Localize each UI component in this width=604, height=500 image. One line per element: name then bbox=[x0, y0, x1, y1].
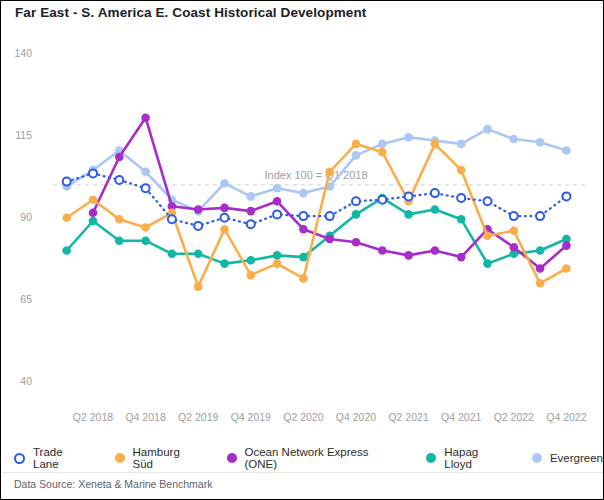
data-point-hamburg-s-d[interactable] bbox=[115, 215, 124, 224]
data-point-trade-lane[interactable] bbox=[63, 178, 71, 186]
data-point-hapag-lloyd[interactable] bbox=[457, 215, 466, 224]
data-point-trade-lane[interactable] bbox=[378, 196, 386, 204]
data-point-trade-lane[interactable] bbox=[510, 212, 518, 220]
data-point-trade-lane[interactable] bbox=[194, 222, 202, 230]
data-point-trade-lane[interactable] bbox=[299, 212, 307, 220]
data-point-hamburg-s-d[interactable] bbox=[141, 223, 150, 232]
data-point-hapag-lloyd[interactable] bbox=[194, 250, 203, 259]
data-point-ocean-network-express-one[interactable] bbox=[562, 241, 571, 250]
data-point-hamburg-s-d[interactable] bbox=[536, 279, 545, 288]
y-axis-tick-label: 40 bbox=[20, 375, 32, 387]
data-point-ocean-network-express-one[interactable] bbox=[220, 204, 229, 213]
data-point-ocean-network-express-one[interactable] bbox=[510, 243, 519, 252]
data-point-hamburg-s-d[interactable] bbox=[247, 271, 256, 280]
data-point-trade-lane[interactable] bbox=[115, 176, 123, 184]
x-axis-tick-label: Q4 2021 bbox=[441, 411, 481, 423]
data-point-ocean-network-express-one[interactable] bbox=[457, 253, 466, 262]
data-point-trade-lane[interactable] bbox=[431, 189, 439, 197]
data-point-evergreen[interactable] bbox=[247, 192, 256, 201]
data-point-evergreen[interactable] bbox=[220, 179, 229, 188]
data-point-ocean-network-express-one[interactable] bbox=[89, 209, 98, 218]
legend-item-trade-lane[interactable]: Trade Lane bbox=[14, 446, 91, 470]
data-point-ocean-network-express-one[interactable] bbox=[378, 246, 387, 255]
data-point-hamburg-s-d[interactable] bbox=[483, 231, 492, 240]
circle-marker-icon bbox=[426, 453, 436, 463]
data-point-hapag-lloyd[interactable] bbox=[168, 250, 177, 259]
data-point-hapag-lloyd[interactable] bbox=[352, 210, 361, 219]
data-point-trade-lane[interactable] bbox=[484, 197, 492, 205]
legend-label: Ocean Network Express (ONE) bbox=[245, 446, 403, 470]
data-point-evergreen[interactable] bbox=[141, 168, 150, 177]
data-point-hamburg-s-d[interactable] bbox=[220, 225, 229, 234]
data-point-trade-lane[interactable] bbox=[89, 169, 97, 177]
data-point-hapag-lloyd[interactable] bbox=[220, 259, 229, 268]
data-point-hapag-lloyd[interactable] bbox=[141, 236, 150, 245]
data-point-hamburg-s-d[interactable] bbox=[431, 140, 440, 149]
data-point-evergreen[interactable] bbox=[536, 138, 545, 147]
legend-item-hapag-lloyd[interactable]: Hapag Lloyd bbox=[426, 446, 508, 470]
data-point-trade-lane[interactable] bbox=[168, 215, 176, 223]
data-point-evergreen[interactable] bbox=[404, 133, 413, 142]
data-point-hapag-lloyd[interactable] bbox=[89, 217, 98, 226]
data-point-evergreen[interactable] bbox=[273, 184, 282, 193]
data-point-hamburg-s-d[interactable] bbox=[325, 168, 334, 177]
circle-marker-icon bbox=[227, 453, 237, 463]
data-point-ocean-network-express-one[interactable] bbox=[194, 205, 203, 214]
data-point-ocean-network-express-one[interactable] bbox=[536, 264, 545, 273]
legend-item-one[interactable]: Ocean Network Express (ONE) bbox=[227, 446, 403, 470]
data-point-evergreen[interactable] bbox=[378, 140, 387, 149]
data-point-ocean-network-express-one[interactable] bbox=[247, 207, 256, 216]
data-point-hamburg-s-d[interactable] bbox=[378, 148, 387, 157]
legend-label: Hamburg Süd bbox=[133, 446, 203, 470]
data-point-evergreen[interactable] bbox=[510, 135, 519, 144]
legend-item-evergreen[interactable]: Evergreen bbox=[532, 452, 603, 464]
data-point-hamburg-s-d[interactable] bbox=[510, 227, 519, 236]
data-point-ocean-network-express-one[interactable] bbox=[352, 238, 361, 247]
data-point-hapag-lloyd[interactable] bbox=[62, 246, 71, 255]
x-axis-tick-label: Q2 2019 bbox=[178, 411, 218, 423]
data-point-hamburg-s-d[interactable] bbox=[62, 213, 71, 222]
data-point-trade-lane[interactable] bbox=[536, 212, 544, 220]
data-point-evergreen[interactable] bbox=[457, 140, 466, 149]
circle-marker-icon bbox=[532, 453, 542, 463]
data-point-trade-lane[interactable] bbox=[221, 214, 229, 222]
data-point-ocean-network-express-one[interactable] bbox=[115, 153, 124, 162]
data-point-evergreen[interactable] bbox=[562, 146, 571, 155]
data-point-evergreen[interactable] bbox=[299, 189, 308, 198]
data-point-hapag-lloyd[interactable] bbox=[431, 205, 440, 214]
data-point-hapag-lloyd[interactable] bbox=[483, 259, 492, 268]
legend-label: Trade Lane bbox=[33, 446, 91, 470]
data-point-trade-lane[interactable] bbox=[142, 184, 150, 192]
data-point-hapag-lloyd[interactable] bbox=[536, 246, 545, 255]
data-point-evergreen[interactable] bbox=[352, 151, 361, 160]
data-point-hapag-lloyd[interactable] bbox=[247, 256, 256, 265]
data-point-hamburg-s-d[interactable] bbox=[194, 282, 203, 291]
data-point-trade-lane[interactable] bbox=[352, 197, 360, 205]
data-point-ocean-network-express-one[interactable] bbox=[141, 113, 150, 122]
data-point-hapag-lloyd[interactable] bbox=[273, 251, 282, 260]
data-point-ocean-network-express-one[interactable] bbox=[325, 235, 334, 244]
data-point-evergreen[interactable] bbox=[483, 125, 492, 134]
data-point-ocean-network-express-one[interactable] bbox=[404, 251, 413, 260]
data-point-hamburg-s-d[interactable] bbox=[352, 140, 361, 149]
data-point-ocean-network-express-one[interactable] bbox=[273, 197, 282, 206]
data-point-hapag-lloyd[interactable] bbox=[404, 210, 413, 219]
data-point-ocean-network-express-one[interactable] bbox=[431, 246, 440, 255]
data-point-hapag-lloyd[interactable] bbox=[299, 253, 308, 262]
data-point-ocean-network-express-one[interactable] bbox=[299, 225, 308, 234]
data-point-hamburg-s-d[interactable] bbox=[89, 195, 98, 204]
data-point-hapag-lloyd[interactable] bbox=[115, 236, 124, 245]
legend-item-hamburg-sud[interactable]: Hamburg Süd bbox=[115, 446, 203, 470]
data-point-trade-lane[interactable] bbox=[405, 192, 413, 200]
data-point-trade-lane[interactable] bbox=[562, 192, 570, 200]
x-axis: Q2 2018Q4 2018Q2 2019Q4 2019Q2 2020Q4 20… bbox=[73, 411, 587, 423]
data-point-hamburg-s-d[interactable] bbox=[299, 274, 308, 283]
data-point-trade-lane[interactable] bbox=[247, 220, 255, 228]
data-point-trade-lane[interactable] bbox=[273, 210, 281, 218]
data-point-hamburg-s-d[interactable] bbox=[273, 259, 282, 268]
data-point-hamburg-s-d[interactable] bbox=[562, 264, 571, 273]
data-point-trade-lane[interactable] bbox=[326, 212, 334, 220]
x-axis-tick-label: Q2 2018 bbox=[73, 411, 113, 423]
data-point-hamburg-s-d[interactable] bbox=[457, 166, 466, 175]
data-point-trade-lane[interactable] bbox=[457, 194, 465, 202]
